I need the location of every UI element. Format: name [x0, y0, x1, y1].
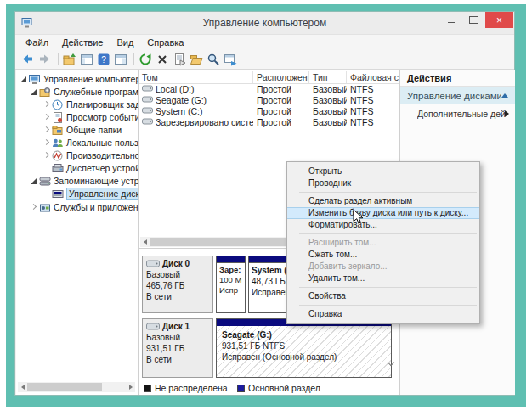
sidebar-item-task-scheduler[interactable]: Планировщик заданий — [42, 98, 139, 110]
menu-help[interactable]: Справка — [140, 37, 190, 48]
partition-size: 931,51 ГБ NTFS — [222, 340, 386, 351]
volume-icon — [142, 117, 153, 127]
disk0-label-box[interactable]: Диск 0 Базовый 465,76 ГБ В сети — [142, 256, 213, 313]
disk-kind: Базовый — [146, 332, 209, 343]
back-icon[interactable] — [20, 52, 35, 66]
actions-group-disk-management[interactable]: Управление дисками — [400, 87, 515, 104]
column-header-layout[interactable]: Расположение — [253, 71, 309, 83]
disk-status: В сети — [146, 354, 209, 365]
volume-type: Базовый — [309, 84, 347, 94]
collapsed-chevron-icon[interactable] — [42, 114, 50, 121]
title-bar[interactable]: Управление компьютером × — [15, 12, 514, 35]
show-console-tree-icon[interactable] — [79, 52, 93, 66]
toolbar: ? — [15, 49, 514, 70]
expanded-triangle-icon[interactable] — [20, 76, 27, 83]
scrollbar-thumb[interactable] — [27, 383, 102, 391]
device-manager-icon — [52, 163, 64, 174]
column-header-volume[interactable]: Том — [139, 71, 253, 83]
unallocated-swatch — [144, 385, 151, 392]
sidebar-item-local-users-groups[interactable]: Локальные пользовате — [42, 137, 139, 149]
menu-item-delete-volume[interactable]: Удалить том... — [287, 273, 479, 284]
refresh-icon[interactable] — [138, 52, 152, 66]
sidebar-item-computer-management-root[interactable]: Управление компьютером (л — [20, 73, 139, 85]
properties-icon[interactable] — [172, 52, 186, 66]
column-header-type[interactable]: Тип — [309, 71, 347, 83]
menu-item-mark-partition-active[interactable]: Сделать раздел активным — [287, 195, 479, 207]
scroll-left-icon[interactable] — [140, 237, 150, 247]
sidebar-item-disk-management[interactable]: Управление дисками — [42, 188, 139, 200]
disk1-label-box[interactable]: Диск 1 Базовый 931,51 ГБ В сети — [142, 318, 213, 378]
event-viewer-icon — [52, 112, 64, 123]
sidebar-item-label: Запоминающие устройст — [54, 176, 139, 186]
up-one-level-icon[interactable] — [62, 52, 76, 66]
volume-icon — [142, 95, 153, 105]
collapsed-chevron-icon[interactable] — [42, 126, 50, 134]
help-icon[interactable]: ? — [96, 52, 110, 66]
scroll-down-icon[interactable] — [388, 360, 394, 366]
collapsed-chevron-icon[interactable] — [30, 204, 37, 211]
menu-item-change-drive-letter[interactable]: Изменить букву диска или путь к диску... — [287, 207, 479, 219]
open-folder-icon[interactable] — [189, 52, 203, 66]
sidebar-item-storage[interactable]: Запоминающие устройст — [30, 175, 139, 187]
forward-icon[interactable] — [37, 52, 52, 66]
export-list-icon[interactable] — [223, 52, 237, 66]
menu-item-format[interactable]: Форматировать... — [287, 219, 479, 231]
volume-layout: Простой — [253, 117, 309, 127]
volume-type: Базовый — [309, 117, 347, 127]
collapse-up-icon[interactable] — [501, 93, 508, 98]
actions-header: Действия — [400, 71, 515, 85]
close-button[interactable]: × — [485, 12, 513, 28]
sidebar-item-system-tools[interactable]: Служебные программы — [30, 86, 139, 98]
menu-file[interactable]: Файл — [19, 37, 55, 48]
partition-system-reserved[interactable]: Заре: 100 M Испр — [216, 256, 246, 313]
disk-kind: Базовый — [146, 269, 209, 280]
collapsed-chevron-icon[interactable] — [42, 139, 50, 147]
tree-horizontal-scrollbar[interactable] — [18, 382, 135, 392]
menu-item-help[interactable]: Справка — [287, 308, 479, 320]
volume-row-system-c[interactable]: System (C:) Простой Базовый NTFS — [139, 105, 399, 116]
scrollbar-thumb[interactable] — [150, 238, 301, 246]
scroll-left-icon[interactable] — [18, 382, 27, 392]
expanded-triangle-icon[interactable] — [30, 177, 37, 185]
menu-item-properties[interactable]: Свойства — [287, 290, 479, 302]
menu-action[interactable]: Действие — [55, 37, 110, 48]
volume-row-system-reserved[interactable]: Зарезервировано системой Простой Базовый… — [139, 116, 399, 127]
sidebar-item-performance[interactable]: Производительность — [42, 149, 139, 161]
sidebar-item-services-applications[interactable]: Службы и приложения — [30, 201, 139, 213]
shared-folders-icon — [52, 125, 64, 136]
menu-separator — [299, 192, 477, 193]
volume-row-seagate-g[interactable]: Seagate (G:) Простой Базовый NTFS — [139, 94, 399, 105]
partition-context-menu: Открыть Проводник Сделать раздел активны… — [286, 161, 480, 324]
volume-icon — [142, 106, 153, 116]
collapsed-chevron-icon[interactable] — [42, 152, 50, 160]
maximize-button[interactable] — [462, 12, 485, 28]
volume-layout: Простой — [253, 95, 309, 105]
sidebar-item-device-manager[interactable]: Диспетчер устройств — [42, 162, 139, 174]
collapsed-chevron-icon[interactable] — [42, 101, 50, 109]
expanded-triangle-icon[interactable] — [30, 88, 37, 96]
column-header-filesystem[interactable]: Файловая сист — [347, 71, 399, 83]
find-icon[interactable] — [206, 52, 220, 66]
volume-fs: NTFS — [347, 84, 399, 94]
menu-view[interactable]: Вид — [110, 37, 140, 48]
more-actions-item[interactable]: Дополнительные дей... — [400, 109, 515, 119]
actions-group-title: Управление дисками — [407, 91, 501, 101]
disk-management-icon — [52, 188, 64, 200]
menu-item-explorer[interactable]: Проводник — [287, 177, 479, 189]
mouse-cursor — [353, 209, 364, 227]
svg-text:?: ? — [101, 55, 106, 65]
volume-row-local-d[interactable]: Local (D:) Простой Базовый NTFS — [139, 83, 399, 94]
volume-layout: Простой — [253, 106, 309, 116]
show-action-pane-icon[interactable] — [113, 52, 127, 66]
leaf-spacer — [42, 165, 50, 172]
primary-partition-swatch — [237, 385, 245, 392]
partition-seagate-g[interactable]: Seagate (G:) 931,51 ГБ NTFS Исправен (Ос… — [216, 318, 392, 378]
menu-item-shrink-volume[interactable]: Сжать том... — [287, 249, 479, 261]
sidebar-item-event-viewer[interactable]: Просмотр событий — [42, 111, 139, 123]
sidebar-item-shared-folders[interactable]: Общие папки — [42, 124, 122, 136]
scroll-right-icon[interactable] — [126, 382, 135, 392]
delete-icon[interactable] — [155, 52, 169, 66]
menu-item-open[interactable]: Открыть — [287, 166, 479, 177]
submenu-arrow-icon — [505, 110, 509, 117]
minimize-button[interactable] — [440, 12, 462, 28]
